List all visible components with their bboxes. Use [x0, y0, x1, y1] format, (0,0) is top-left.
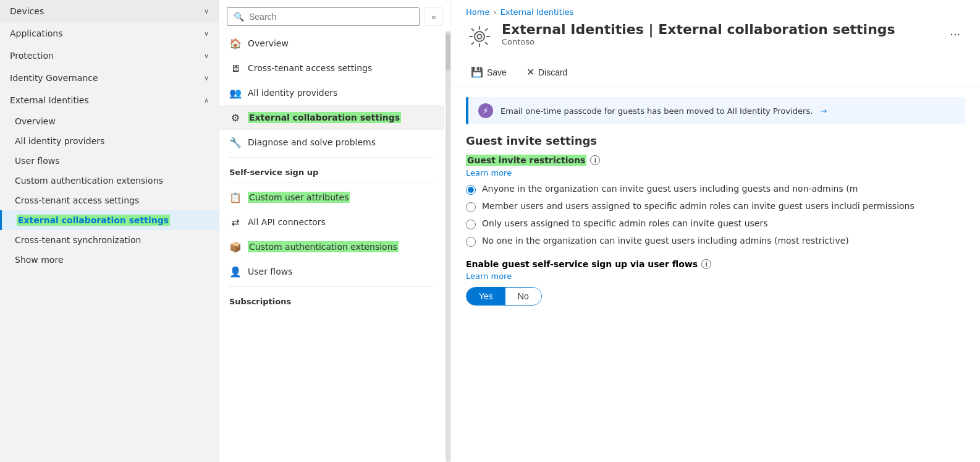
self-service-info-text: i — [705, 261, 707, 268]
nav-item-external-collab[interactable]: ⚙ External collaboration settings — [219, 105, 444, 130]
radio-option-1-label: Anyone in the organization can invite gu… — [482, 184, 858, 194]
self-service-info-icon[interactable]: i — [701, 259, 711, 269]
settings-icon — [467, 24, 492, 49]
sidebar-item-applications-label: Applications — [10, 28, 63, 38]
radio-input-3[interactable] — [466, 220, 476, 229]
sidebar-item-protection[interactable]: Protection ∨ — [0, 45, 219, 67]
sidebar-item-applications[interactable]: Applications ∨ — [0, 22, 219, 45]
self-service-label-text: Enable guest self-service sign up via us… — [466, 259, 698, 269]
more-options-button[interactable]: ... — [945, 22, 965, 41]
nav-item-all-api-connectors[interactable]: ⇄ All API connectors — [219, 210, 444, 234]
toggle-yes-button[interactable]: Yes — [467, 288, 505, 305]
radio-option-2[interactable]: Member users and users assigned to speci… — [466, 201, 965, 212]
nav-item-external-collab-label: External collaboration settings — [248, 112, 401, 123]
breadcrumb-section[interactable]: External Identities — [501, 7, 574, 17]
nav-item-cross-tenant-access[interactable]: 🖥 Cross-tenant access settings — [219, 56, 444, 80]
sidebar-subitem-overview[interactable]: Overview — [0, 111, 219, 131]
sidebar-subitem-cross-tenant-access[interactable]: Cross-tenant access settings — [0, 190, 219, 210]
toggle-no-button[interactable]: No — [505, 288, 541, 305]
breadcrumb-home[interactable]: Home — [466, 7, 489, 17]
guest-invite-restrictions-text: Guest invite restrictions — [466, 155, 586, 166]
radio-option-2-label: Member users and users assigned to speci… — [482, 201, 915, 211]
toolbar: 💾 Save ✕ Discard — [451, 58, 980, 87]
content-area: Guest invite settings Guest invite restr… — [451, 134, 980, 330]
self-service-learn-more[interactable]: Learn more — [466, 272, 965, 281]
section-divider — [229, 157, 434, 158]
main-content: Home › External Identities External Iden… — [451, 0, 980, 462]
guest-invite-learn-more[interactable]: Learn more — [466, 168, 965, 178]
guest-invite-restrictions-label: Guest invite restrictions i — [466, 155, 965, 166]
nav-item-all-identity-providers[interactable]: 👥 All identity providers — [219, 80, 444, 105]
nav-item-all-identity-providers-label: All identity providers — [248, 88, 337, 98]
radio-input-2[interactable] — [466, 202, 476, 212]
self-service-section-label: Self-service sign up — [219, 160, 444, 179]
breadcrumb-separator: › — [493, 7, 496, 17]
user-flows-icon: 👤 — [229, 265, 242, 278]
search-icon: 🔍 — [234, 12, 244, 22]
sidebar-subitem-custom-auth-ext-label: Custom authentication extensions — [15, 176, 163, 186]
radio-option-1[interactable]: Anyone in the organization can invite gu… — [466, 184, 965, 195]
banner-icon: ⚡ — [478, 103, 493, 118]
sidebar-subitem-all-identity-providers[interactable]: All identity providers — [0, 131, 219, 151]
sidebar-subitem-custom-auth-ext[interactable]: Custom authentication extensions — [0, 171, 219, 190]
sidebar-item-devices[interactable]: Devices ∨ — [0, 0, 219, 22]
sidebar-subitem-show-more[interactable]: Show more — [0, 250, 219, 270]
nav-item-user-flows[interactable]: 👤 User flows — [219, 259, 444, 284]
banner-text: Email one-time passcode for guests has b… — [501, 106, 813, 116]
info-icon[interactable]: i — [590, 155, 600, 165]
radio-input-1[interactable] — [466, 185, 476, 195]
guest-invite-section-title: Guest invite settings — [466, 134, 965, 147]
sidebar-subitem-external-collab[interactable]: External collaboration settings — [0, 210, 219, 230]
chevron-icon: ∨ — [204, 7, 209, 15]
radio-option-4[interactable]: No one in the organization can invite gu… — [466, 236, 965, 247]
collapse-icon: « — [431, 12, 436, 22]
sidebar-subitem-external-collab-label: External collaboration settings — [17, 215, 170, 226]
banner-link[interactable]: → — [820, 106, 827, 116]
radio-option-3-label: Only users assigned to specific admin ro… — [482, 218, 768, 228]
save-icon: 💾 — [471, 66, 483, 78]
sidebar-item-identity-governance-label: Identity Governance — [10, 73, 98, 83]
radio-input-4[interactable] — [466, 237, 476, 247]
api-connectors-icon: ⇄ — [229, 216, 242, 228]
sidebar-item-external-identities[interactable]: External Identities ∧ — [0, 89, 219, 111]
sidebar: Devices ∨ Applications ∨ Protection ∨ Id… — [0, 0, 219, 462]
custom-auth-ext-icon: 📦 — [229, 241, 242, 253]
page-header-icon — [466, 23, 493, 50]
sidebar-subitem-cross-tenant-sync[interactable]: Cross-tenant synchronization — [0, 230, 219, 250]
svg-point-1 — [475, 32, 484, 41]
info-icon-text: i — [594, 157, 596, 164]
sidebar-item-identity-governance[interactable]: Identity Governance ∨ — [0, 67, 219, 89]
nav-item-cross-tenant-label: Cross-tenant access settings — [248, 63, 372, 73]
discard-icon: ✕ — [526, 66, 534, 78]
search-input[interactable] — [249, 12, 413, 22]
nav-item-overview[interactable]: 🏠 Overview — [219, 31, 444, 56]
page-header-text: External Identities | External collabora… — [502, 22, 895, 46]
self-service-toggle-row: Enable guest self-service sign up via us… — [466, 259, 965, 306]
save-button[interactable]: 💾 Save — [466, 62, 512, 82]
discard-label: Discard — [538, 67, 567, 77]
search-box[interactable]: 🔍 — [227, 7, 420, 26]
toggle-buttons: Yes No — [466, 287, 542, 306]
nav-item-diagnose-solve[interactable]: 🔧 Diagnose and solve problems — [219, 130, 444, 155]
save-label: Save — [487, 67, 507, 77]
middle-panel: 🔍 « 🏠 Overview 🖥 Cross-tenant access set… — [219, 0, 451, 462]
discard-button[interactable]: ✕ Discard — [522, 62, 572, 82]
chevron-icon: ∨ — [204, 74, 209, 82]
page-header: External Identities | External collabora… — [451, 17, 980, 58]
sidebar-subitem-user-flows-label: User flows — [15, 156, 60, 166]
subscriptions-label: Subscriptions — [219, 289, 444, 309]
self-service-label: Enable guest self-service sign up via us… — [466, 259, 965, 269]
gear-icon: ⚙ — [229, 111, 242, 124]
chevron-icon: ∧ — [204, 96, 209, 105]
sidebar-subitem-cross-tenant-sync-label: Cross-tenant synchronization — [15, 235, 141, 245]
page-title: External Identities | External collabora… — [502, 22, 895, 37]
nav-item-custom-user-attributes[interactable]: 📋 Custom user attributes — [219, 185, 444, 210]
section-divider-3 — [229, 286, 434, 287]
collapse-button[interactable]: « — [425, 7, 443, 26]
custom-user-attr-icon: 📋 — [229, 191, 242, 203]
nav-item-custom-auth-ext[interactable]: 📦 Custom authentication extensions — [219, 234, 444, 259]
radio-option-3[interactable]: Only users assigned to specific admin ro… — [466, 218, 965, 229]
search-area: 🔍 « — [219, 0, 450, 31]
radio-option-4-label: No one in the organization can invite gu… — [482, 236, 849, 246]
sidebar-subitem-user-flows[interactable]: User flows — [0, 151, 219, 171]
